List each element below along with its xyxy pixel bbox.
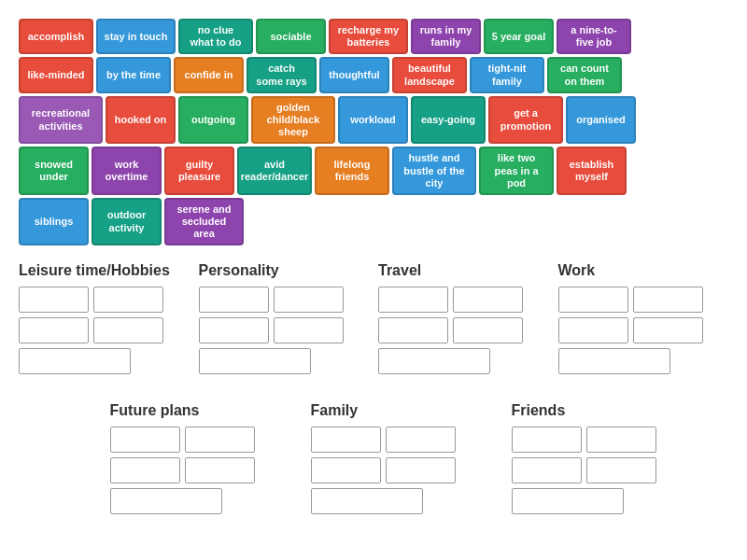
drop-box[interactable] (274, 287, 344, 313)
drop-box[interactable] (512, 457, 582, 483)
category-future-plans-title: Future plans (110, 402, 200, 419)
word-tile[interactable]: runs in my family (411, 19, 481, 54)
drop-box[interactable] (453, 287, 523, 313)
word-tile[interactable]: catch some rays (247, 57, 317, 92)
drop-box[interactable] (110, 488, 222, 514)
drop-box[interactable] (386, 457, 456, 483)
word-tile[interactable]: establish myself (557, 147, 627, 195)
word-tile[interactable]: outgoing (178, 96, 248, 145)
drop-box[interactable] (633, 287, 703, 313)
drop-box[interactable] (199, 317, 269, 343)
word-tile[interactable]: organised (566, 96, 636, 145)
word-tile[interactable]: golden child/black sheep (251, 96, 335, 145)
drop-box[interactable] (512, 427, 582, 453)
word-tile[interactable]: a nine-to-five job (557, 19, 631, 54)
word-tile[interactable]: lifelong friends (315, 147, 389, 195)
drop-box[interactable] (311, 457, 381, 483)
drop-box[interactable] (378, 287, 448, 313)
word-tile[interactable]: hustle and bustle of the city (392, 147, 476, 195)
drop-box[interactable] (586, 427, 656, 453)
drop-box[interactable] (378, 348, 490, 374)
word-tile[interactable]: recharge my batteries (329, 19, 408, 54)
word-tile[interactable]: like-minded (19, 57, 93, 92)
word-tile[interactable]: confide in (174, 57, 244, 92)
word-tile[interactable]: easy-going (411, 96, 486, 145)
drop-box[interactable] (558, 317, 628, 343)
word-tile[interactable]: stay in touch (96, 19, 176, 54)
word-tile[interactable]: by the time (96, 57, 171, 92)
category-travel: Travel (378, 262, 549, 374)
drop-box[interactable] (512, 488, 624, 514)
category-future-plans: Future plans (110, 402, 255, 514)
category-leisure: Leisure time/Hobbies (19, 262, 190, 374)
word-tile[interactable]: accomplish (19, 19, 93, 54)
word-tile[interactable]: serene and secluded area (164, 198, 244, 246)
word-tile[interactable]: no clue what to do (178, 19, 253, 54)
drop-box[interactable] (199, 348, 311, 374)
word-tile[interactable]: snowed under (19, 147, 89, 195)
drop-box[interactable] (199, 287, 269, 313)
word-tile[interactable]: avid reader/dancer (237, 147, 312, 195)
word-tile[interactable]: sociable (256, 19, 326, 54)
category-work-title: Work (558, 262, 596, 279)
drop-box[interactable] (93, 287, 163, 313)
drop-box[interactable] (453, 317, 523, 343)
drop-box[interactable] (311, 488, 423, 514)
drop-box[interactable] (558, 287, 628, 313)
category-friends-title: Friends (512, 402, 566, 419)
category-family: Family (311, 402, 456, 514)
word-tile[interactable]: guilty pleasure (164, 147, 234, 195)
word-tile[interactable]: thoughtful (319, 57, 389, 92)
word-tile[interactable]: like two peas in a pod (479, 147, 554, 195)
word-tile[interactable]: workload (338, 96, 408, 145)
drop-box[interactable] (274, 317, 344, 343)
drop-box[interactable] (386, 427, 456, 453)
word-tile[interactable]: hooked on (106, 96, 176, 145)
word-tile[interactable]: get a promotion (488, 96, 563, 145)
word-tile[interactable]: beautiful landscape (392, 57, 467, 92)
category-personality-title: Personality (199, 262, 279, 279)
drop-box[interactable] (110, 427, 180, 453)
drop-box[interactable] (586, 457, 656, 483)
drop-box[interactable] (19, 317, 89, 343)
word-tile[interactable]: siblings (19, 198, 89, 246)
word-tile[interactable]: 5 year goal (484, 19, 554, 54)
word-tile[interactable]: tight-nit family (470, 57, 544, 92)
category-friends: Friends (512, 402, 656, 514)
drop-box[interactable] (19, 287, 89, 313)
tiles-area: accomplishstay in touchno clue what to d… (0, 0, 710, 255)
category-personality: Personality (199, 262, 370, 374)
drop-box[interactable] (311, 427, 381, 453)
drop-box[interactable] (185, 427, 255, 453)
drop-box[interactable] (93, 317, 163, 343)
drop-box[interactable] (110, 457, 180, 483)
category-family-title: Family (311, 402, 359, 419)
word-tile[interactable]: work overtime (92, 147, 162, 195)
word-tile[interactable]: can count on them (547, 57, 622, 92)
category-work: Work (558, 262, 729, 374)
drop-box[interactable] (633, 317, 703, 343)
category-leisure-title: Leisure time/Hobbies (19, 262, 170, 279)
category-travel-title: Travel (378, 262, 421, 279)
word-tile[interactable]: outdoor activity (92, 198, 162, 246)
word-tile[interactable]: recreational activities (19, 96, 103, 145)
drop-box[interactable] (378, 317, 448, 343)
drop-box[interactable] (19, 348, 131, 374)
drop-box[interactable] (558, 348, 670, 374)
drop-box[interactable] (185, 457, 255, 483)
